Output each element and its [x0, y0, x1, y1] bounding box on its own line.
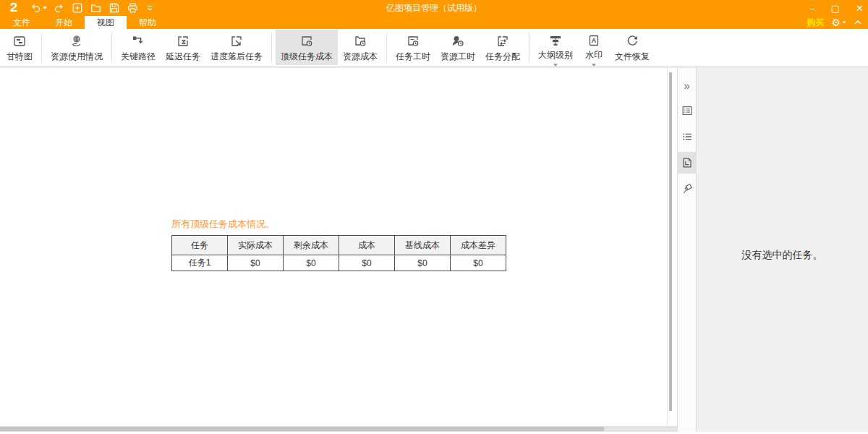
no-task-selected-message: 没有选中的任务。 [697, 249, 868, 262]
ribbon-button-label: 任务分配 [485, 51, 520, 63]
ribbon-separator [386, 33, 387, 62]
app-logo-icon: 2 [3, 1, 25, 15]
table-header-row: 任务 实际成本 剩余成本 成本 基线成本 成本差异 [172, 236, 506, 255]
list-icon [681, 130, 694, 143]
delayed-tasks-icon [176, 33, 190, 49]
resource-hours-icon [451, 33, 465, 49]
task-hours-icon [406, 33, 420, 49]
ribbon-button-label: 甘特图 [7, 51, 33, 63]
ribbon-button-delayed-tasks[interactable]: 延迟任务 [161, 30, 205, 65]
vertical-scrollbar[interactable] [668, 68, 673, 426]
stamp-icon [681, 182, 694, 195]
dropdown-arrow-icon [592, 64, 596, 67]
horizontal-scrollbar[interactable] [0, 426, 677, 432]
ribbon-button-label: 关键路径 [121, 51, 156, 63]
vertical-scrollbar-thumb[interactable] [669, 72, 672, 411]
ribbon-toolbar: 甘特图 资源使用情况 关键路径 延迟任务 进度落后任务 顶级任务成本 [0, 29, 868, 68]
ribbon-button-gantt-chart[interactable]: 甘特图 [1, 30, 38, 65]
new-document-button[interactable] [72, 2, 83, 14]
ribbon-button-label: 资源成本 [343, 51, 378, 63]
ribbon-button-task-hours[interactable]: 任务工时 [391, 30, 435, 65]
chevron-down-icon [145, 3, 154, 13]
collapse-ribbon-button[interactable] [854, 19, 862, 26]
ribbon-button-behind-schedule-tasks[interactable]: 进度落后任务 [205, 30, 268, 65]
cost-table: 任务 实际成本 剩余成本 成本 基线成本 成本差异 任务1 $0 $0 $0 $… [171, 235, 506, 271]
ribbon-separator [41, 33, 42, 62]
ribbon-button-label: 资源工时 [441, 51, 475, 63]
ribbon-button-label: 延迟任务 [166, 51, 200, 63]
table-row: 任务1 $0 $0 $0 $0 $0 [172, 255, 506, 271]
minimize-button[interactable]: – [810, 3, 815, 14]
ribbon-separator [271, 33, 272, 62]
undo-icon [30, 2, 41, 14]
maximize-button[interactable]: ▢ [831, 3, 840, 14]
tab-file[interactable]: 文件 [1, 16, 43, 29]
gear-icon: ⚙ [831, 17, 841, 28]
horizontal-scrollbar-thumb[interactable] [0, 427, 604, 431]
ribbon-button-label: 顶级任务成本 [281, 51, 333, 63]
customize-toolbar-button[interactable] [145, 3, 154, 13]
ribbon-button-resource-cost[interactable]: 资源成本 [338, 30, 383, 65]
open-file-button[interactable] [90, 2, 102, 14]
double-chevron-right-icon: » [684, 78, 689, 92]
file-recovery-icon [625, 33, 639, 49]
close-button[interactable]: ✕ [856, 3, 864, 14]
ribbon-button-resource-hours[interactable]: 资源工时 [435, 30, 480, 65]
table-header-cell: 成本差异 [451, 236, 506, 255]
table-cell: 任务1 [172, 255, 228, 271]
ribbon-button-outline-level[interactable]: 大纲级别 [533, 30, 578, 65]
tab-help[interactable]: 帮助 [127, 16, 169, 29]
task-assignment-icon [495, 33, 510, 49]
side-panel-icon-strip: » [677, 68, 697, 432]
document-canvas[interactable]: 所有顶级任务成本情况。 任务 实际成本 剩余成本 成本 基线成本 成本差异 任务… [0, 68, 677, 432]
ribbon-button-label: 资源使用情况 [51, 51, 103, 63]
task-properties-panel-button[interactable] [677, 100, 697, 122]
redo-button[interactable] [54, 2, 65, 14]
print-button[interactable] [127, 2, 139, 14]
table-header-cell: 实际成本 [228, 236, 284, 255]
table-cell: $0 [339, 255, 395, 271]
resource-cost-icon [353, 33, 367, 49]
tab-home[interactable]: 开始 [43, 16, 85, 29]
table-header-cell: 剩余成本 [284, 236, 339, 255]
watermark-icon: A [587, 33, 601, 48]
ribbon-button-critical-path[interactable]: 关键路径 [116, 30, 161, 65]
ribbon-button-label: 水印 [585, 49, 603, 61]
critical-path-icon [131, 33, 145, 49]
save-icon [109, 2, 120, 14]
redo-icon [54, 2, 65, 14]
report-panel-button[interactable] [677, 152, 697, 174]
save-button[interactable] [109, 2, 120, 14]
ribbon-button-task-assignment[interactable]: 任务分配 [480, 30, 525, 65]
format-painter-panel-button[interactable] [677, 178, 697, 200]
table-cell: $0 [228, 255, 284, 271]
ribbon-tab-row: 文件 开始 视图 帮助 购买 ⚙ [0, 16, 868, 29]
ribbon-button-file-recovery[interactable]: 文件恢复 [610, 30, 655, 65]
undo-dropdown-icon[interactable] [43, 7, 47, 9]
outline-level-icon [548, 33, 563, 48]
ribbon-button-top-task-cost[interactable]: 顶级任务成本 [276, 30, 338, 65]
main-area: 所有顶级任务成本情况。 任务 实际成本 剩余成本 成本 基线成本 成本差异 任务… [0, 68, 868, 432]
dropdown-arrow-icon [553, 64, 558, 67]
settings-button[interactable]: ⚙ [831, 17, 846, 28]
collapse-panel-button[interactable]: » [677, 74, 697, 95]
tab-view[interactable]: 视图 [85, 16, 127, 29]
table-header-cell: 基线成本 [395, 236, 451, 255]
task-list-panel-button[interactable] [677, 126, 697, 148]
svg-text:A: A [592, 37, 597, 44]
ribbon-separator [111, 33, 112, 62]
undo-button[interactable] [30, 2, 47, 14]
gear-dropdown-icon [843, 21, 846, 23]
behind-schedule-icon [229, 33, 244, 49]
quick-access-toolbar: 2 [0, 1, 154, 15]
open-folder-icon [90, 2, 102, 14]
title-bar: 2 亿图项目管理（试用版） – ▢ ✕ [0, 0, 868, 16]
task-info-panel: 没有选中的任务。 [697, 68, 868, 432]
properties-form-icon [681, 104, 694, 117]
ribbon-button-watermark[interactable]: A 水印 [578, 30, 610, 65]
buy-button[interactable]: 购买 [807, 17, 824, 29]
ribbon-button-resource-usage[interactable]: 资源使用情况 [46, 30, 108, 65]
ribbon-button-label: 进度落后任务 [210, 51, 263, 63]
top-task-cost-icon [299, 33, 314, 49]
print-icon [127, 2, 139, 14]
